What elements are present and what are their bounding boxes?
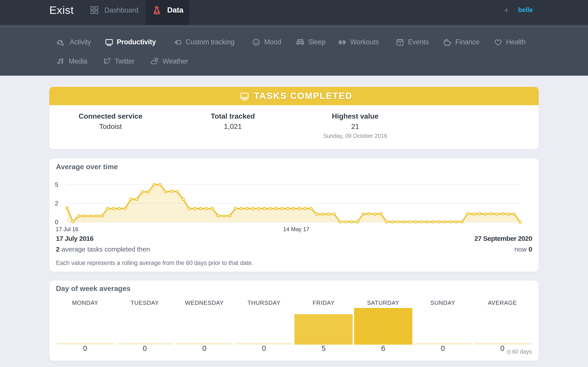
svg-text:5: 5 [55,182,58,188]
svg-text:2: 2 [55,200,58,207]
svg-text:17 Jul 16: 17 Jul 16 [56,226,78,233]
svg-text:0: 0 [55,219,58,225]
svg-text:14 May 17: 14 May 17 [283,226,310,233]
